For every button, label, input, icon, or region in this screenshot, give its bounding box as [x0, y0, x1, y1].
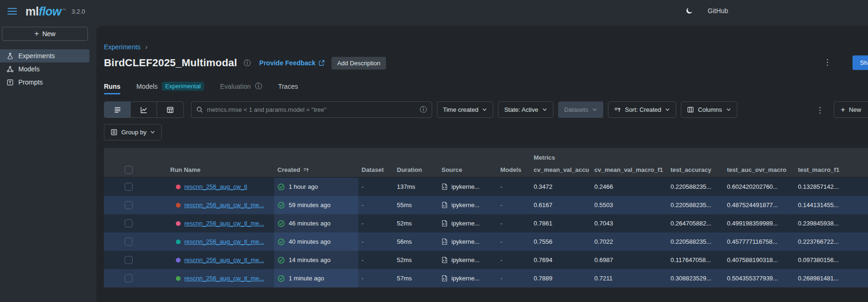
column-header-test-macro-f1[interactable]: test_macro_f1 [795, 166, 868, 173]
notebook-source-icon [442, 256, 448, 263]
chevron-down-icon [542, 107, 547, 112]
search-icon [196, 106, 203, 113]
sidebar-item-experiments[interactable]: Experiments [0, 49, 89, 62]
run-name-link[interactable]: rescnn_256_aug_cw_tl [184, 183, 247, 190]
new-run-button[interactable]: + New [834, 101, 868, 118]
tab-runs[interactable]: Runs [104, 83, 120, 94]
group-by-row: Group by [104, 124, 868, 140]
source-name[interactable]: ipykerne... [451, 238, 480, 245]
evaluation-info-icon[interactable]: ⓘ [255, 82, 262, 91]
run-name-link[interactable]: rescnn_256_aug_cw_tl_me... [184, 220, 264, 227]
list-view-button[interactable] [104, 102, 131, 117]
notebook-source-icon [442, 220, 448, 227]
experimental-badge: Experimental [162, 82, 204, 91]
tab-traces[interactable]: Traces [278, 83, 298, 94]
metric-cell: 0.220588235... [667, 178, 724, 196]
row-checkbox[interactable] [125, 219, 133, 227]
metric-cell: 0.7556 [530, 232, 591, 251]
models-cell: - [497, 196, 530, 214]
run-finished-check-icon [277, 238, 285, 246]
column-header-source[interactable]: Source [438, 166, 497, 173]
metric-cell: 0.6167 [530, 196, 591, 214]
column-header-cv-mean-val-macro-f1[interactable]: cv_mean_val_macro_f1 [591, 166, 667, 173]
metric-cell: 0.602420202760... [724, 178, 795, 196]
source-name[interactable]: ipykerne... [451, 183, 480, 190]
new-button[interactable]: + New [2, 27, 88, 41]
column-header-dataset[interactable]: Dataset [358, 166, 394, 173]
column-header-cv-mean-val-acc[interactable]: cv_mean_val_accu [530, 166, 591, 173]
table-view-button[interactable] [157, 102, 183, 117]
chart-view-button[interactable] [131, 102, 157, 117]
row-checkbox[interactable] [125, 256, 133, 264]
column-header-test-auc-ovr-macro[interactable]: test_auc_ovr_macro [724, 166, 795, 173]
dark-mode-toggle-icon[interactable] [686, 7, 694, 15]
sort-ascending-icon [303, 167, 309, 173]
dataset-cell: - [358, 251, 394, 269]
provide-feedback-link[interactable]: Provide Feedback [259, 59, 325, 67]
sidebar-item-models[interactable]: Models [0, 62, 89, 76]
breadcrumb-separator: › [145, 43, 148, 51]
main-panel: Experiments › BirdCLEF2025_Multimodal ⓘ … [96, 26, 868, 302]
source-name[interactable]: ipykerne... [451, 256, 480, 263]
title-overflow-menu-icon[interactable]: ⋮ [823, 57, 831, 67]
metrics-group-label: Metrics [530, 154, 868, 162]
run-name-link[interactable]: rescnn_256_aug_cw_tl_me... [184, 275, 264, 282]
state-filter[interactable]: State: Active [498, 101, 553, 118]
metric-cell: 0.499198359989... [724, 214, 795, 232]
dataset-cell: - [358, 196, 394, 214]
duration-cell: 52ms [394, 214, 438, 232]
sort-dropdown[interactable]: Sort: Created [608, 101, 676, 118]
share-button[interactable]: Share [852, 55, 868, 70]
sidebar-item-label: Experiments [18, 52, 55, 60]
run-name-link[interactable]: rescnn_256_aug_cw_tl_me... [184, 238, 264, 245]
run-name-link[interactable]: rescnn_256_aug_cw_tl_me... [184, 256, 264, 263]
models-cell: - [497, 269, 530, 287]
source-name[interactable]: ipykerne... [451, 220, 480, 227]
dataset-cell: - [358, 232, 394, 251]
column-header-duration[interactable]: Duration [394, 166, 438, 173]
columns-dropdown[interactable]: Columns [681, 101, 737, 118]
metric-cell: 0.220588235... [667, 196, 724, 214]
row-checkbox[interactable] [125, 183, 133, 191]
add-description-button[interactable]: Add Description [331, 57, 386, 70]
row-checkbox[interactable] [125, 238, 133, 246]
list-view-icon [114, 106, 121, 114]
notebook-source-icon [442, 201, 448, 209]
metric-cell: 0.5503 [591, 196, 667, 214]
row-checkbox[interactable] [125, 274, 133, 282]
breadcrumb-experiments-link[interactable]: Experiments [104, 43, 141, 51]
row-checkbox[interactable] [125, 201, 133, 209]
column-header-created[interactable]: Created [274, 166, 358, 173]
toolbar-overflow-menu-icon[interactable]: ⋮ [816, 105, 824, 115]
run-finished-check-icon [277, 275, 285, 282]
column-header-run-name[interactable]: Run Name [167, 166, 274, 173]
source-name[interactable]: ipykerne... [451, 275, 480, 282]
tab-models[interactable]: Models Experimental [136, 82, 204, 95]
hamburger-menu-icon[interactable] [8, 8, 17, 15]
time-created-filter[interactable]: Time created [437, 101, 493, 118]
metrics-group-header: Metrics [104, 148, 868, 162]
dataset-cell: - [358, 178, 394, 196]
version-label: 3.2.0 [71, 8, 85, 15]
runs-toolbar: ⓘ Time created State: Active Datasets So… [104, 101, 868, 118]
metric-cell: 0.487524491877... [724, 196, 795, 214]
select-all-checkbox[interactable] [125, 166, 133, 174]
search-info-icon[interactable]: ⓘ [420, 105, 427, 114]
plus-icon: + [34, 29, 39, 39]
external-link-icon [318, 60, 325, 66]
models-cell: - [497, 232, 530, 251]
metric-cell: 0.6987 [591, 251, 667, 269]
column-header-test-accuracy[interactable]: test_accuracy [667, 166, 724, 173]
search-input[interactable] [207, 106, 416, 113]
github-link[interactable]: GitHub [708, 7, 728, 15]
mlflow-logo[interactable]: mlflow™ [25, 5, 66, 18]
group-by-button[interactable]: Group by [104, 124, 162, 140]
title-info-icon[interactable]: ⓘ [244, 59, 251, 68]
source-name[interactable]: ipykerne... [451, 201, 480, 209]
chart-view-icon [140, 106, 148, 114]
run-name-link[interactable]: rescnn_256_aug_cw_tl_me... [184, 201, 264, 209]
column-header-models[interactable]: Models [497, 166, 530, 173]
new-button-label: New [42, 30, 55, 38]
logo-flow: flow [39, 5, 61, 18]
sidebar-item-prompts[interactable]: Prompts [0, 76, 89, 89]
